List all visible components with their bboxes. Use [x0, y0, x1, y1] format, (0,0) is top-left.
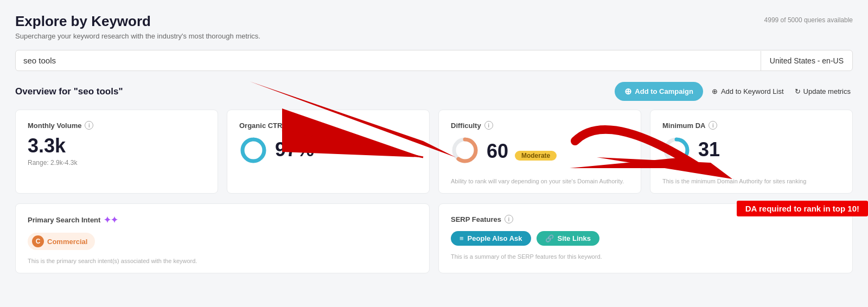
difficulty-card: Difficulty i 60 Moderate Ability to rank… — [438, 110, 641, 194]
minimum-da-card: Minimum DA i 31 This is the minimum Doma… — [650, 110, 853, 194]
monthly-volume-info-icon[interactable]: i — [85, 121, 93, 130]
difficulty-value: 60 — [487, 140, 508, 162]
overview-header: Overview for "seo tools" ⊕ Add to Campai… — [15, 82, 853, 101]
monthly-volume-value: 3.3k — [28, 136, 206, 156]
organic-ctr-card: Organic CTR i 97% — [227, 110, 430, 194]
monthly-volume-card: Monthly Volume i 3.3k Range: 2.9k-4.3k — [15, 110, 218, 194]
add-keyword-list-label: Add to Keyword List — [721, 87, 784, 95]
intent-circle: C — [32, 235, 44, 247]
difficulty-label: Difficulty i — [451, 121, 629, 130]
minimum-da-note: This is the minimum Domain Authority for… — [662, 178, 840, 184]
organic-ctr-donut — [239, 136, 267, 166]
difficulty-badge: Moderate — [515, 151, 557, 161]
primary-search-intent-card: Primary Search Intent ✦✦ C Commercial Th… — [15, 203, 430, 273]
page-subtitle: Supercharge your keyword research with t… — [15, 32, 260, 40]
minimum-da-donut — [662, 136, 691, 166]
serp-features-info-icon[interactable]: i — [505, 215, 513, 223]
site-links-badge[interactable]: 🔗 Site Links — [537, 231, 599, 246]
metrics-row: Monthly Volume i 3.3k Range: 2.9k-4.3k O… — [15, 110, 853, 194]
sparkle-icon: ✦✦ — [104, 215, 118, 225]
minimum-da-value: 31 — [698, 140, 720, 159]
monthly-volume-label: Monthly Volume i — [28, 121, 206, 130]
bottom-row: Primary Search Intent ✦✦ C Commercial Th… — [15, 203, 853, 273]
monthly-volume-range: Range: 2.9k-4.3k — [28, 159, 206, 167]
primary-intent-note: This is the primary search intent(s) ass… — [28, 258, 417, 264]
overview-title: Overview for "seo tools" — [15, 86, 123, 97]
svg-point-1 — [242, 139, 264, 161]
people-also-ask-badge[interactable]: ≡ People Also Ask — [451, 231, 531, 246]
serp-features-note: This is a summary of the SERP features f… — [451, 253, 840, 260]
intent-badge: C Commercial — [28, 233, 95, 250]
update-metrics-label: Update metrics — [803, 87, 851, 95]
people-also-ask-label: People Also Ask — [468, 234, 522, 242]
search-bar: United States - en-US — [15, 50, 853, 71]
overview-actions: ⊕ Add to Campaign ⊕ Add to Keyword List … — [615, 82, 853, 101]
serp-features-row: ≡ People Also Ask 🔗 Site Links — [451, 231, 840, 246]
organic-ctr-label: Organic CTR i — [239, 121, 417, 130]
add-campaign-label: Add to Campaign — [635, 87, 693, 95]
primary-intent-title: Primary Search Intent ✦✦ — [28, 215, 417, 225]
locale-selector[interactable]: United States - en-US — [761, 51, 852, 71]
plus-icon: ⊕ — [624, 86, 631, 97]
minimum-da-info-icon[interactable]: i — [709, 121, 717, 130]
queries-available: 4999 of 5000 queries available — [764, 16, 853, 24]
site-links-label: Site Links — [558, 234, 591, 242]
update-metrics-button[interactable]: ↻ Update metrics — [793, 83, 853, 100]
add-to-campaign-button[interactable]: ⊕ Add to Campaign — [615, 82, 703, 101]
organic-ctr-value: 97% — [275, 140, 314, 159]
people-also-ask-icon: ≡ — [459, 234, 464, 242]
intent-label: Commercial — [47, 238, 87, 246]
search-input[interactable] — [16, 50, 761, 71]
site-links-icon: 🔗 — [545, 234, 554, 242]
minimum-da-label: Minimum DA i — [662, 121, 840, 130]
add-to-keyword-list-button[interactable]: ⊕ Add to Keyword List — [710, 83, 786, 100]
refresh-icon: ↻ — [795, 87, 801, 95]
difficulty-donut — [451, 136, 479, 166]
da-annotation: DA required to rank in top 10! — [737, 201, 868, 216]
plus-icon-kw: ⊕ — [712, 87, 718, 95]
page-title: Explore by Keyword — [15, 13, 260, 30]
difficulty-note: Ability to rank will vary depending on y… — [451, 178, 629, 184]
organic-ctr-info-icon[interactable]: i — [285, 121, 294, 130]
difficulty-info-icon[interactable]: i — [484, 121, 493, 130]
